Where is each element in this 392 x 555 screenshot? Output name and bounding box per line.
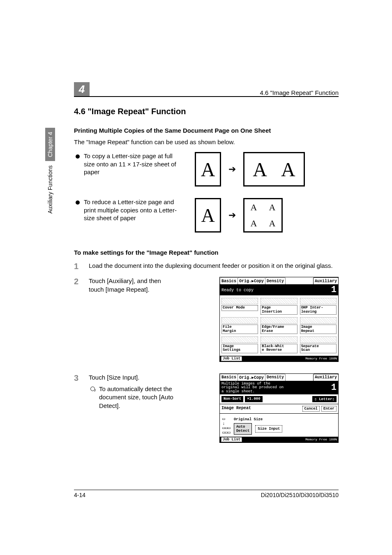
page-insertion-icon [261, 298, 297, 304]
lcd-tab-orig-copy[interactable]: Orig.▶Copy [238, 277, 265, 284]
original-size-label: Original Size [234, 417, 336, 421]
paper-size-label: Letter [319, 397, 332, 401]
diagram-letter: A [269, 202, 276, 213]
bullet-icon [76, 154, 80, 159]
lcd-tab-auxiliary[interactable]: Auxiliary [313, 277, 339, 284]
bullet-2-text: To reduce a Letter-size page and print m… [84, 198, 182, 222]
mode-label: Image Repeat [221, 406, 251, 412]
memory-indicator: Memory Free 100% [305, 438, 337, 441]
lcd-tab-basics[interactable]: Basics [220, 277, 238, 284]
subheading-printing: Printing Multiple Copies of the Same Doc… [74, 127, 339, 134]
bw-reverse-icon [261, 336, 297, 343]
auto-detect-button[interactable]: Auto Detect [234, 423, 252, 435]
diagram-original-page: A [195, 198, 221, 233]
lcd-copy-count: 1 [331, 383, 337, 392]
image-repeat-diagram-1: A ➔ A A [195, 152, 305, 187]
bw-reverse-button[interactable]: Black-Whit e Reverse [261, 344, 297, 353]
edge-frame-erase-icon [261, 317, 297, 324]
job-list-button[interactable]: Job List [221, 356, 242, 361]
diagram-output-2up: A A [243, 152, 305, 187]
repeat-preview-icon: ▭↓▭▭▭▭▭▭ [222, 417, 231, 435]
file-margin-button[interactable]: File Margin [221, 325, 258, 334]
page-insertion-button[interactable]: Page Insertion [261, 305, 297, 315]
non-sort-button[interactable]: Non-Sort [221, 396, 243, 402]
footer-rule [74, 490, 339, 490]
step-3-text: Touch [Size Input]. [89, 373, 177, 382]
step-1-text: Load the document into the duplexing doc… [89, 262, 339, 271]
edge-frame-erase-button[interactable]: Edge/Frame Erase [261, 325, 297, 334]
lcd-tab-density[interactable]: Density [265, 277, 286, 284]
intro-text: The "Image Repeat" function can be used … [74, 138, 339, 146]
zoom-button[interactable]: ×1.000 [245, 396, 262, 402]
lcd-tab-basics[interactable]: Basics [220, 374, 238, 381]
ohp-interleaving-icon [300, 298, 337, 304]
step-2-text: Touch [Auxiliary], and then touch [Image… [89, 277, 177, 294]
lcd-copy-count: 1 [331, 286, 337, 295]
step-3-sub-text: To automatically detect the document siz… [99, 385, 177, 410]
bullet-icon [76, 200, 80, 205]
diagram-original-page: A [195, 152, 221, 187]
diagram-letter: A [269, 218, 276, 229]
subheading-settings: To make settings for the "Image Repeat" … [74, 249, 339, 256]
arrow-right-icon: ➔ [228, 164, 236, 175]
sub-bullet-icon [90, 387, 95, 391]
side-chapter-label: Chapter 4 [45, 128, 55, 161]
ohp-interleaving-button[interactable]: OHP Inter- leaving [300, 305, 337, 315]
lcd-message-text: Multiple images of the original will be … [221, 382, 284, 394]
cover-mode-button[interactable]: Cover Mode [221, 305, 258, 311]
step-number-2: 2 [74, 277, 83, 294]
step-number-1: 1 [74, 262, 83, 271]
diagram-letter: A [253, 158, 267, 181]
paper-size-button[interactable]: ▯ Letter▯ [312, 396, 337, 402]
image-repeat-icon [300, 317, 337, 324]
lcd-status-text: Ready to copy [221, 288, 254, 292]
job-list-button[interactable]: Job List [221, 437, 242, 442]
separate-scan-button[interactable]: Separate Scan [300, 344, 337, 353]
image-settings-icon [221, 336, 258, 343]
side-section-label: Auxiliary Functions [47, 166, 53, 214]
memory-indicator: Memory Free 100% [305, 357, 337, 360]
chapter-number-box: 4 [74, 82, 90, 96]
separate-scan-icon [300, 336, 337, 343]
image-repeat-diagram-2: A ➔ A A A A [195, 198, 283, 233]
diagram-letter: A [251, 218, 257, 229]
lcd-screenshot-auxiliary: Basics Orig.▶Copy Density Auxiliary Read… [219, 277, 339, 362]
enter-button[interactable]: Enter [321, 406, 337, 412]
diagram-letter: A [251, 202, 257, 213]
lcd-tab-density[interactable]: Density [265, 374, 286, 381]
lcd-screenshot-image-repeat: Basics Orig.▶Copy Density Auxiliary Mult… [219, 373, 339, 443]
cover-mode-icon [221, 298, 258, 304]
page-number: 4-14 [74, 492, 85, 498]
cancel-button[interactable]: Cancel [302, 406, 320, 412]
image-settings-button[interactable]: Image Settings [221, 344, 258, 353]
file-margin-icon [221, 317, 258, 324]
section-title: 4.6 "Image Repeat" Function [74, 107, 339, 116]
diagram-output-4up: A A A A [243, 198, 283, 233]
diagram-letter: A [281, 158, 295, 181]
lcd-tab-orig-copy[interactable]: Orig.▶Copy [238, 374, 265, 381]
side-tab: Auxiliary Functions Chapter 4 [45, 128, 55, 214]
step-number-3: 3 [74, 373, 83, 410]
size-input-button[interactable]: Size Input [255, 425, 282, 433]
header-rule [74, 96, 339, 97]
arrow-right-icon: ➔ [228, 210, 236, 221]
image-repeat-button[interactable]: Image Repeat [300, 325, 337, 334]
lcd-tab-auxiliary[interactable]: Auxiliary [313, 374, 339, 381]
bullet-1-text: To copy a Letter-size page at full size … [84, 152, 182, 176]
model-list: Di2010/Di2510/Di3010/Di3510 [261, 492, 339, 498]
running-header-title: 4.6 "Image Repeat" Function [260, 89, 339, 96]
